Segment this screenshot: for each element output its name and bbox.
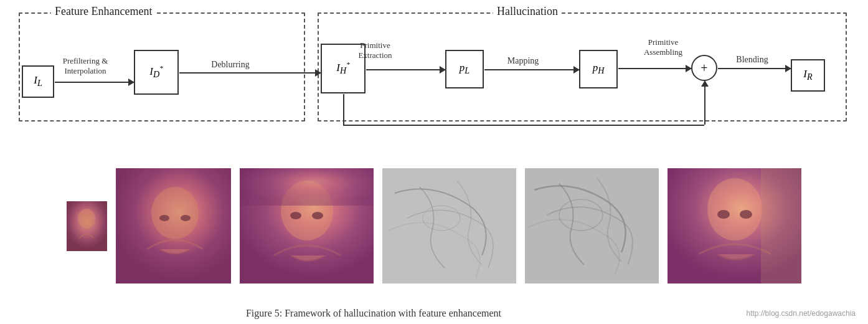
svg-rect-13 (525, 168, 659, 284)
block-ID: ID* (134, 50, 179, 95)
svg-point-16 (707, 178, 762, 241)
svg-rect-11 (382, 168, 516, 284)
label-blending: Blending (724, 55, 780, 65)
feature-enhancement-label: Feature Enhancement (51, 5, 156, 18)
arrow-ID-IH (179, 72, 321, 74)
arrow-IL-ID (55, 82, 134, 83)
label-prefiltering: Prefiltering &Interpolation (45, 56, 126, 76)
hallucination-label: Hallucination (493, 5, 562, 18)
svg-rect-10 (240, 168, 374, 206)
img-IL (67, 201, 107, 251)
arrow-pL-pH (484, 69, 579, 70)
svg-point-17 (717, 210, 730, 219)
label-mapping: Mapping (492, 56, 554, 66)
block-plus: + (691, 55, 717, 81)
svg-point-1 (78, 209, 95, 229)
svg-rect-19 (761, 168, 801, 284)
IL-text: IL (34, 74, 42, 88)
img-ID (116, 168, 231, 284)
label-primitive-extraction: PrimitiveExtraction (330, 40, 420, 60)
img-IR (668, 168, 801, 284)
svg-point-8 (290, 212, 301, 219)
block-pL: pL (445, 50, 484, 88)
image-row (0, 168, 868, 284)
block-IR: IR (791, 59, 825, 92)
svg-point-4 (159, 215, 169, 221)
svg-point-18 (740, 210, 752, 219)
label-primitive-assembling: PrimitiveAssembling (613, 37, 713, 57)
watermark: http://blog.csdn.net/edogawachia (747, 309, 856, 318)
arrow-plus-IR (718, 68, 791, 69)
label-deblurring: Deblurring (199, 60, 262, 70)
diagram-area: Feature Enhancement Hallucination IL Pre… (0, 0, 868, 168)
figure-caption: Figure 5: Framework of hallucination wit… (0, 308, 747, 319)
img-pH (525, 168, 659, 284)
svg-point-9 (312, 212, 323, 219)
arrow-pH-plus (618, 68, 691, 69)
feedback-v2 (704, 81, 705, 125)
arrow-IH-pL (366, 69, 445, 70)
feedback-v1 (343, 94, 344, 125)
img-IH (240, 168, 374, 284)
block-pH: pH (579, 50, 618, 88)
feedback-h (343, 125, 704, 126)
img-pL (382, 168, 516, 284)
svg-point-5 (181, 215, 191, 221)
svg-point-3 (151, 187, 199, 239)
